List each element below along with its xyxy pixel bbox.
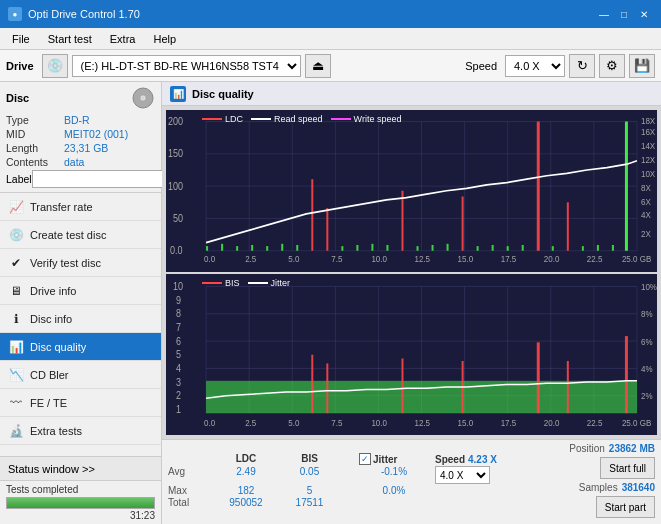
position-label: Position — [569, 443, 605, 454]
minimize-button[interactable]: — — [595, 5, 613, 23]
svg-rect-66 — [522, 245, 524, 251]
maximize-button[interactable]: □ — [615, 5, 633, 23]
svg-rect-45 — [206, 246, 208, 251]
svg-text:12.5: 12.5 — [415, 416, 431, 427]
svg-text:25.0 GB: 25.0 GB — [622, 254, 652, 265]
disc-section: Disc Type BD-R MID MEIT02 (001) Length — [0, 82, 161, 193]
menu-bar: File Start test Extra Help — [0, 28, 661, 50]
create-disc-icon: 💿 — [8, 227, 24, 243]
disc-title: Disc — [6, 92, 29, 104]
start-full-button[interactable]: Start full — [600, 457, 655, 479]
svg-text:6: 6 — [176, 334, 181, 346]
label-input[interactable] — [32, 170, 165, 188]
settings-button[interactable]: ⚙ — [599, 54, 625, 78]
speed-label: Speed — [465, 60, 497, 72]
svg-text:17.5: 17.5 — [501, 416, 517, 427]
fe-te-icon: 〰 — [8, 395, 24, 411]
svg-text:10.0: 10.0 — [371, 416, 387, 427]
cd-bler-icon: 📉 — [8, 367, 24, 383]
svg-text:20.0: 20.0 — [544, 416, 560, 427]
menu-extra[interactable]: Extra — [102, 31, 144, 47]
charts-area: LDC Read speed Write speed — [162, 106, 661, 439]
right-panel: 📊 Disc quality LDC Read speed — [162, 82, 661, 524]
svg-text:6%: 6% — [641, 336, 653, 347]
close-button[interactable]: ✕ — [635, 5, 653, 23]
mid-label: MID — [6, 128, 64, 140]
contents-value: data — [64, 156, 84, 168]
extra-tests-icon: 🔬 — [8, 423, 24, 439]
drive-icon-btn[interactable]: 💿 — [42, 54, 68, 78]
svg-text:14X: 14X — [641, 141, 655, 152]
chart-title: Disc quality — [192, 88, 254, 100]
svg-text:9: 9 — [176, 293, 181, 305]
svg-rect-47 — [236, 246, 238, 251]
app-title: Opti Drive Control 1.70 — [28, 8, 140, 20]
start-part-button[interactable]: Start part — [596, 496, 655, 518]
speed-select-stats[interactable]: 4.0 X — [435, 466, 490, 484]
svg-rect-53 — [326, 208, 328, 251]
svg-rect-67 — [537, 122, 540, 251]
total-ldc: 950052 — [216, 497, 276, 508]
save-button[interactable]: 💾 — [629, 54, 655, 78]
svg-rect-64 — [492, 245, 494, 251]
svg-rect-121 — [401, 358, 403, 413]
svg-rect-51 — [296, 245, 298, 251]
eject-button[interactable]: ⏏ — [305, 54, 331, 78]
svg-text:1: 1 — [176, 403, 181, 415]
status-window-button[interactable]: Status window >> — [0, 457, 161, 481]
ldc-legend-item: LDC — [202, 114, 243, 124]
svg-rect-120 — [326, 363, 328, 413]
avg-jitter: -0.1% — [359, 466, 429, 484]
avg-speed-value: 4.23 X — [468, 454, 497, 465]
nav-cd-bler[interactable]: 📉 CD Bler — [0, 361, 161, 389]
speed-select[interactable]: 4.0 X 8.0 X — [505, 55, 565, 77]
svg-rect-60 — [432, 245, 434, 251]
svg-text:5: 5 — [176, 348, 181, 360]
svg-text:7.5: 7.5 — [331, 254, 342, 265]
svg-text:8X: 8X — [641, 182, 651, 193]
svg-text:25.0 GB: 25.0 GB — [622, 416, 651, 427]
nav-verify-test-disc[interactable]: ✔ Verify test disc — [0, 249, 161, 277]
svg-text:7.5: 7.5 — [331, 416, 342, 427]
drive-info-icon: 🖥 — [8, 283, 24, 299]
svg-text:200: 200 — [168, 115, 184, 127]
menu-help[interactable]: Help — [145, 31, 184, 47]
svg-text:12.5: 12.5 — [415, 254, 431, 265]
disc-quality-icon: 📊 — [8, 339, 24, 355]
speed-select-container: 4.0 X — [435, 466, 505, 484]
svg-rect-49 — [266, 246, 268, 251]
max-bis: 5 — [282, 485, 337, 496]
nav-disc-quality[interactable]: 📊 Disc quality — [0, 333, 161, 361]
refresh-button[interactable]: ↻ — [569, 54, 595, 78]
svg-rect-72 — [612, 245, 614, 251]
svg-text:0.0: 0.0 — [204, 416, 215, 427]
status-bar: Status window >> Tests completed 31:23 — [0, 456, 161, 524]
svg-text:4: 4 — [176, 362, 181, 374]
jitter-check-container: ✓ Jitter — [359, 453, 429, 465]
nav-transfer-rate[interactable]: 📈 Transfer rate — [0, 193, 161, 221]
jitter-checkbox[interactable]: ✓ — [359, 453, 371, 465]
svg-text:2.5: 2.5 — [245, 416, 256, 427]
menu-file[interactable]: File — [4, 31, 38, 47]
svg-text:0.0: 0.0 — [204, 254, 215, 265]
nav-drive-info[interactable]: 🖥 Drive info — [0, 277, 161, 305]
svg-text:18X: 18X — [641, 115, 655, 126]
ldc-legend-color — [202, 118, 222, 120]
nav-disc-info[interactable]: ℹ Disc info — [0, 305, 161, 333]
menu-start-test[interactable]: Start test — [40, 31, 100, 47]
nav-create-test-disc[interactable]: 💿 Create test disc — [0, 221, 161, 249]
type-value: BD-R — [64, 114, 90, 126]
nav-extra-tests[interactable]: 🔬 Extra tests — [0, 417, 161, 445]
svg-text:2%: 2% — [641, 390, 653, 401]
svg-text:6X: 6X — [641, 196, 651, 207]
max-jitter: 0.0% — [359, 485, 429, 496]
svg-text:12X: 12X — [641, 155, 655, 166]
app-icon: ● — [8, 7, 22, 21]
nav-fe-te[interactable]: 〰 FE / TE — [0, 389, 161, 417]
svg-text:15.0: 15.0 — [458, 254, 474, 265]
mid-value: MEIT02 (001) — [64, 128, 128, 140]
read-speed-legend-color — [251, 118, 271, 120]
drive-toolbar: Drive 💿 (E:) HL-DT-ST BD-RE WH16NS58 TST… — [0, 50, 661, 82]
chart1-wrapper: LDC Read speed Write speed — [166, 110, 657, 272]
drive-select[interactable]: (E:) HL-DT-ST BD-RE WH16NS58 TST4 — [72, 55, 301, 77]
